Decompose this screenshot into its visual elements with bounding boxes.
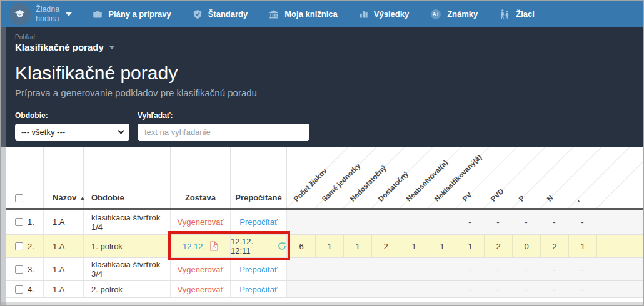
row-report-cell: Vygenerovať [171,258,231,280]
stat-cell: 0 [512,235,540,257]
stat-cell [400,258,428,280]
stat-cell [343,281,371,297]
stat-cell: - [540,210,568,234]
row-number: 4. [28,285,34,294]
nav-item-label: Žiaci [516,9,535,19]
row-recalculated-cell: 12.12. 12:11 [231,235,287,257]
stat-cell: - [568,210,596,234]
stat-cell: - [484,210,512,234]
row-name-cell: 1.A [44,235,84,257]
stat-cell [287,258,315,280]
recalculate-link[interactable]: Prepočítať [239,265,278,274]
nav-item-label: Plány a prípravy [108,9,171,19]
row-period-cell: klasifikácia štvrťrok 1/4 [84,210,171,234]
row-stats-zone: ----- [287,281,643,297]
period-select-value: --- všetky --- [21,127,65,137]
shield-check-icon [192,9,203,20]
stat-cell: - [568,281,596,297]
stat-cell: - [540,258,568,280]
stat-cell [428,258,456,280]
current-lesson-menu[interactable]: Žiadna hodina [9,3,72,25]
search-filter: Vyhľadať: [138,111,309,141]
row-report-cell: Vygenerovať [171,281,231,297]
row-select-cell: 4. [6,281,44,297]
stat-cell: - [484,281,512,297]
filters: Obdobie: --- všetky --- Vyhľadať: [15,111,309,141]
row-checkbox[interactable] [15,218,23,226]
view-label: Pohľad: [15,34,114,41]
stat-cell: - [456,258,484,280]
stat-cell [343,210,371,234]
stat-cell [400,210,428,234]
stat-cell-filler [596,281,643,297]
stat-cell-filler [596,210,643,234]
select-all-checkbox[interactable] [15,194,23,202]
stat-cell: - [540,281,568,297]
stat-cell [371,281,400,297]
row-name-cell: 1.A [44,258,84,280]
table-row: 2.1.A1. polrok12.12.12.12. 12:1161121112… [6,235,643,258]
main-nav: Plány a prípravyŠtandardyMoja knižnicaVý… [92,8,535,21]
chevron-down-icon [118,128,124,134]
row-period-cell: klasifikácia štvrťrok 3/4 [84,258,171,280]
page-title: Klasifikačné porady [15,62,178,84]
recalculate-link[interactable]: Prepočítať [239,217,278,227]
row-checkbox[interactable] [15,265,23,274]
stat-cell [315,258,343,280]
horizontal-scrollbar[interactable] [1,302,643,306]
briefcase-icon [92,9,103,20]
stat-cell: - [512,281,540,297]
stat-cell: 1 [456,235,484,257]
svg-text:A+: A+ [433,11,440,17]
stat-cell [315,210,343,234]
stat-cell [428,210,456,234]
stat-cell [343,258,371,280]
stat-cell: - [512,258,540,280]
stat-cell: - [456,210,484,234]
column-header-name[interactable]: Názov [44,147,84,208]
current-lesson-label: Žiadna hodina [36,5,59,23]
nav-item-ziaci[interactable]: Žiaci [498,8,535,21]
row-checkbox[interactable] [15,285,23,294]
view-dropdown[interactable]: Klasifikačné porady [15,42,114,52]
row-number: 2. [28,242,34,251]
stat-cell: 1 [315,235,343,257]
column-header-recalculated[interactable]: Prepočítané [231,147,287,208]
row-stats-zone: 61121112021 [287,235,643,257]
stat-cell [400,281,428,297]
table-area: Názov Obdobie Zostava Prepočítané Počet … [1,147,643,306]
generate-report-link[interactable]: Vygenerovať [178,285,224,294]
table-header: Názov Obdobie Zostava Prepočítané Počet … [6,147,643,210]
top-nav-bar: Žiadna hodina Plány a prípravyŠtandardyM… [1,1,643,27]
chevron-down-icon [109,46,114,49]
view-value: Klasifikačné porady [15,42,104,52]
graduation-cap-icon [9,3,31,25]
chevron-down-icon [66,12,72,16]
nav-item-standardy[interactable]: Štandardy [192,9,248,20]
row-name-cell: 1.A [44,281,84,297]
nav-item-plany[interactable]: Plány a prípravy [92,9,171,20]
nav-item-label: Výsledky [374,9,409,19]
search-input[interactable] [138,124,309,141]
row-stats-zone: ----- [287,258,643,280]
nav-item-kniznica[interactable]: Moja knižnica [268,9,338,20]
generate-report-link[interactable]: Vygenerovať [178,217,224,227]
recalculate-link[interactable]: Prepočítať [239,285,278,294]
nav-item-znamky[interactable]: A+Známky [430,8,478,21]
row-recalculated-cell: Prepočítať [231,258,287,280]
vertical-scrollbar[interactable] [1,27,6,305]
pdf-icon[interactable] [210,241,218,251]
stat-cell: 1 [400,235,428,257]
report-date-link[interactable]: 12.12. [183,242,205,251]
column-header-report[interactable]: Zostava [171,147,231,208]
row-checkbox[interactable] [15,242,23,250]
generate-report-link[interactable]: Vygenerovať [178,265,224,274]
refresh-icon[interactable] [278,242,286,250]
row-period-cell: 1. polrok [84,235,171,257]
search-label: Vyhľadať: [138,111,309,120]
nav-item-vysledky[interactable]: Výsledky [358,9,409,19]
period-select[interactable]: --- všetky --- [15,124,129,141]
stat-cell-filler [596,258,643,280]
row-stats-zone: ----- [287,210,643,234]
column-header-period[interactable]: Obdobie [84,147,171,208]
